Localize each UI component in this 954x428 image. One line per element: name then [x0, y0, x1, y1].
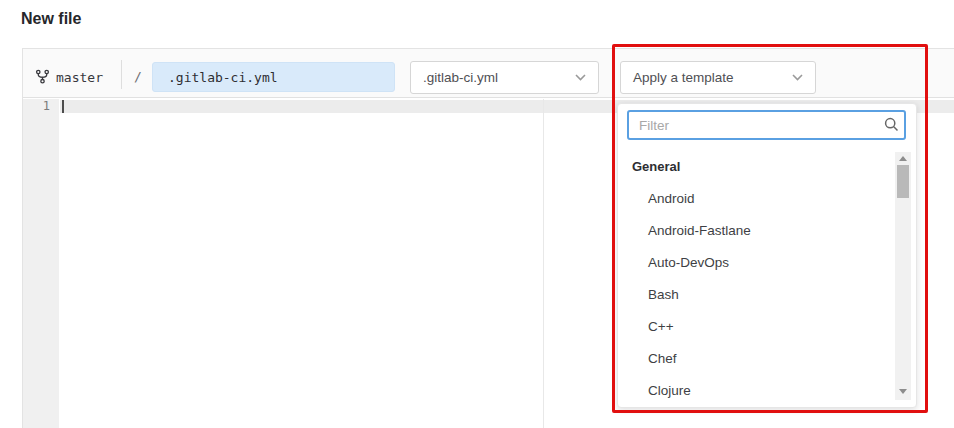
template-option-android-fastlane[interactable]: Android-Fastlane	[648, 223, 878, 245]
template-option-cpp[interactable]: C++	[648, 319, 878, 341]
template-option-auto-devops[interactable]: Auto-DevOps	[648, 255, 878, 277]
template-group-header: General	[632, 159, 680, 174]
search-icon	[884, 117, 899, 132]
branch-name: master	[56, 70, 103, 85]
scrollbar-thumb[interactable]	[897, 165, 909, 198]
file-type-select[interactable]: .gitlab-ci.yml	[410, 61, 599, 94]
scrollbar-up-arrow-icon[interactable]	[899, 156, 907, 161]
chevron-down-icon	[575, 74, 586, 81]
template-filter-input[interactable]	[627, 110, 906, 140]
template-select[interactable]: Apply a template	[620, 61, 816, 94]
template-option-bash[interactable]: Bash	[648, 287, 878, 309]
file-type-select-value: .gitlab-ci.yml	[423, 70, 498, 85]
git-branch-icon	[35, 69, 50, 84]
template-option-chef[interactable]: Chef	[648, 351, 878, 373]
line-number: 1	[23, 100, 50, 113]
template-select-value: Apply a template	[633, 70, 734, 85]
scrollbar-down-arrow-icon[interactable]	[899, 389, 907, 394]
page-title: New file	[21, 10, 81, 28]
toolbar-divider	[121, 60, 122, 89]
path-separator: /	[134, 69, 142, 84]
template-option-clojure[interactable]: Clojure	[648, 383, 878, 405]
template-option-android[interactable]: Android	[648, 191, 878, 213]
editor-gutter	[23, 99, 59, 428]
filename-input[interactable]	[152, 62, 395, 92]
chevron-down-icon	[792, 74, 803, 81]
